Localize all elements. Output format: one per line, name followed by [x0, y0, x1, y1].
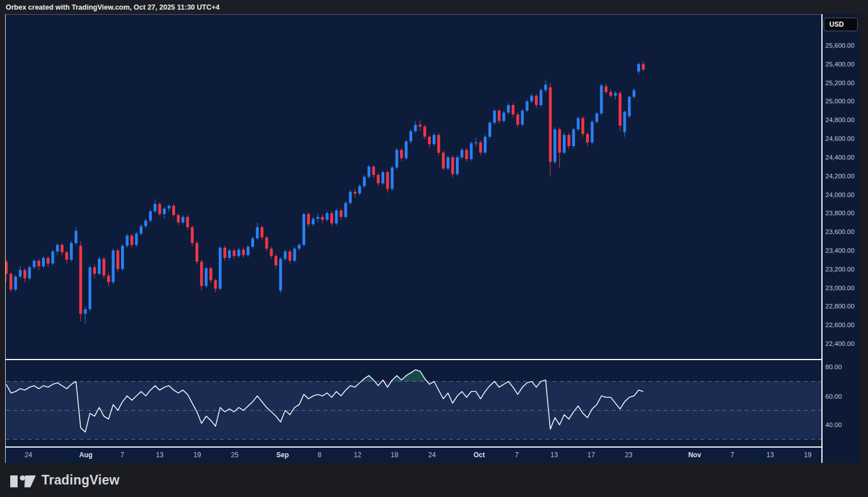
time-tick-label: 17 — [587, 451, 595, 459]
time-tick-label: 8 — [318, 451, 322, 459]
candle-up — [475, 143, 477, 144]
candle-up — [544, 85, 547, 90]
watermark-text: Orbex created with TradingView.com, Oct … — [6, 3, 219, 11]
candle-up — [228, 250, 231, 258]
rsi-pane[interactable] — [6, 361, 821, 446]
chart-top-border — [5, 14, 822, 15]
candle-up — [121, 246, 124, 269]
candle-up — [144, 220, 147, 226]
price-tick-label: 22,400.00 — [825, 339, 854, 348]
candle-down — [117, 250, 119, 269]
candle-down — [79, 246, 82, 314]
currency-label: USD — [829, 20, 844, 28]
candle-down — [642, 64, 645, 70]
candle-up — [19, 270, 22, 277]
time-tick-label: Oct — [474, 451, 485, 459]
candle-down — [93, 268, 96, 274]
rsi-tick-label: 40.00 — [825, 420, 842, 429]
candle-up — [554, 130, 556, 162]
time-tick-label: Nov — [688, 451, 701, 459]
candle-down — [130, 236, 133, 245]
candle-down — [423, 127, 426, 137]
candle-up — [302, 214, 305, 245]
pane-resize-handle[interactable] — [5, 359, 822, 360]
candle-up — [405, 141, 408, 158]
candle-up — [460, 150, 463, 157]
candle-up — [163, 208, 166, 214]
candle-down — [465, 150, 468, 159]
price-tick-label: 23,400.00 — [825, 246, 854, 255]
candle-down — [214, 280, 217, 289]
candle-up — [247, 247, 250, 255]
candle-up — [42, 258, 45, 266]
candle-down — [479, 143, 482, 153]
candle-up — [70, 243, 73, 260]
candle-up — [381, 172, 384, 183]
candle-down — [260, 227, 263, 237]
candle-down — [275, 256, 277, 265]
price-axis[interactable]: USD 25,600.0025,400.0025,200.0025,000.00… — [823, 14, 859, 463]
candle-up — [433, 135, 435, 144]
candle-up — [140, 226, 143, 233]
candle-up — [595, 114, 598, 122]
time-axis[interactable]: 24Aug7131925Sep8121824Oct7131723Nov71319 — [6, 448, 821, 463]
time-tick-label: 25 — [231, 451, 238, 459]
time-tick-label: 13 — [550, 451, 558, 459]
candle-down — [196, 243, 198, 262]
candle-up — [74, 231, 77, 243]
candle-up — [326, 213, 329, 220]
price-tick-label: 25,200.00 — [825, 78, 854, 87]
candle-up — [526, 101, 529, 110]
candle-up — [168, 206, 171, 208]
candle-up — [335, 210, 338, 223]
candle-up — [591, 122, 593, 143]
candle-up — [256, 227, 259, 239]
candle-down — [372, 166, 375, 175]
price-tick-label: 25,000.00 — [825, 97, 854, 106]
candle-up — [614, 93, 617, 96]
candle-down — [567, 135, 570, 147]
time-tick-label: 23 — [625, 451, 632, 459]
time-tick-label: Aug — [79, 451, 92, 459]
price-tick-label: 23,000.00 — [825, 283, 854, 293]
time-tick-label: 19 — [193, 451, 201, 459]
candle-up — [126, 236, 128, 246]
candle-up — [149, 211, 152, 220]
candle-up — [368, 166, 371, 177]
candle-up — [358, 186, 361, 194]
time-tick-label: 12 — [354, 451, 361, 459]
candle-down — [512, 105, 514, 114]
tradingview-logo[interactable]: TradingView — [10, 471, 119, 488]
candle-up — [628, 97, 631, 116]
candle-up — [112, 250, 115, 282]
time-tick-label: Sep — [276, 451, 289, 459]
candle-down — [498, 111, 501, 121]
price-tick-label: 24,000.00 — [825, 190, 854, 199]
candle-up — [456, 157, 459, 174]
price-tick-label: 23,600.00 — [825, 227, 854, 236]
time-tick-label: 7 — [730, 451, 734, 459]
time-tick-label: 19 — [804, 451, 811, 459]
candle-up — [279, 259, 282, 291]
candle-down — [10, 274, 13, 290]
candle-up — [409, 131, 412, 141]
candle-down — [451, 157, 454, 174]
candle-up — [181, 217, 184, 223]
currency-button[interactable]: USD — [824, 18, 858, 31]
candle-down — [437, 135, 440, 153]
price-tick-label: 24,200.00 — [825, 172, 854, 181]
candle-down — [191, 227, 194, 243]
candle-up — [447, 157, 450, 169]
candle-down — [270, 249, 273, 256]
candle-down — [516, 114, 519, 124]
candle-down — [172, 206, 175, 215]
tradingview-wordmark: TradingView — [41, 473, 119, 488]
price-pane[interactable] — [6, 14, 821, 360]
candle-up — [284, 252, 286, 259]
candle-down — [38, 261, 40, 266]
candle-up — [98, 259, 101, 274]
candle-down — [340, 210, 343, 217]
candle-down — [330, 213, 333, 223]
candle-down — [289, 252, 292, 261]
candle-up — [502, 112, 505, 121]
